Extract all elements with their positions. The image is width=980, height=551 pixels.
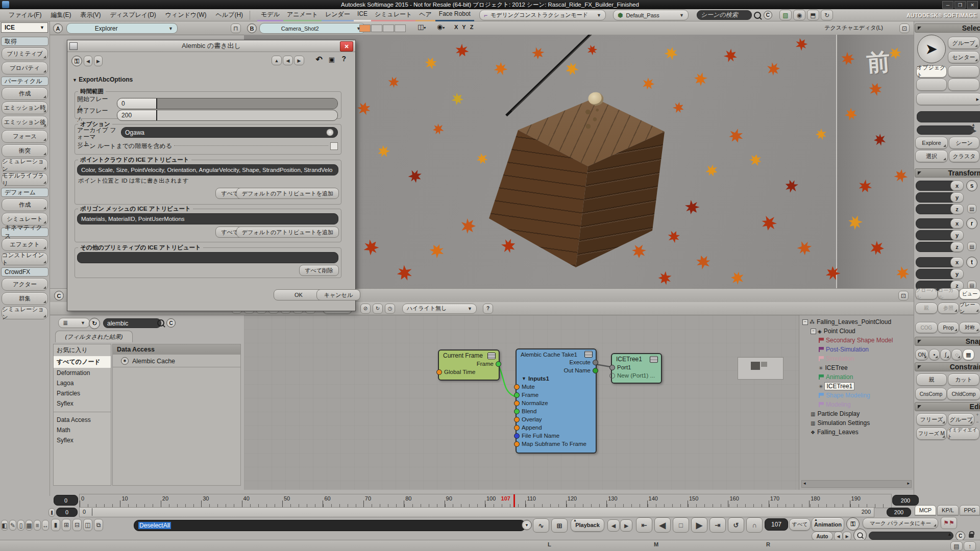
chldcomp-button[interactable]: ChldComp — [947, 388, 980, 400]
tree-item[interactable]: Post-Simulation — [801, 345, 913, 354]
library-search-icon[interactable] — [157, 319, 164, 327]
render-preview-icon[interactable]: ◉ — [793, 10, 805, 20]
select-arrow-tool[interactable]: ➤ — [917, 35, 946, 63]
menu-display[interactable]: ディスプレイ(D) — [105, 9, 160, 21]
command-dropdown-icon[interactable]: ▼ — [522, 520, 532, 530]
tab-kpl[interactable]: KP/L — [937, 505, 959, 515]
axis-xyz-buttons[interactable]: XYZ — [454, 24, 477, 30]
module-menu-6[interactable]: Face Robot — [435, 10, 474, 21]
object-button[interactable]: オブジェクト — [916, 65, 947, 78]
layout-buttons[interactable]: ▮⊞ ⊟◫ ⧉ — [51, 519, 103, 531]
history-icon[interactable]: ▤ — [950, 541, 963, 551]
dialog-prev-icon[interactable]: ◀ — [283, 56, 293, 65]
end-frame-slider[interactable]: 200 — [117, 110, 338, 121]
refresh-icon[interactable]: ↻ — [373, 304, 383, 314]
library-category[interactable]: Syflex — [54, 435, 111, 445]
tree-item[interactable]: ▥Particle Display — [801, 409, 913, 418]
current-frame-field[interactable]: 107 — [765, 518, 788, 531]
toolbar-group-header[interactable]: CrowdFX — [1, 267, 48, 277]
construction-mode-select[interactable]: ⌐モデリングコンストラクションモード▼ — [479, 10, 606, 20]
tree-item[interactable]: Simulation — [801, 354, 913, 363]
port-append-in[interactable] — [514, 425, 520, 431]
snap-point-button[interactable]: • — [929, 349, 940, 360]
constrain-parent-button[interactable]: 親 — [916, 373, 947, 386]
pc-add-default-button[interactable]: デフォルトのアトリビュートを追加 — [236, 188, 339, 199]
ice-node-graph[interactable]: Current Frame Frame Global Time Alembic … — [244, 315, 799, 490]
tree-item[interactable]: ▥Simulation Settings — [801, 418, 913, 428]
search-icon[interactable] — [754, 12, 761, 19]
animation-menu-button[interactable]: ▲Animation — [812, 517, 844, 532]
dialog-forward-icon[interactable]: ▶ — [94, 56, 103, 66]
menu-help[interactable]: ヘルプ(H) — [211, 9, 248, 21]
axis-x-button[interactable]: x — [950, 181, 964, 191]
library-category[interactable]: お気に入り — [54, 344, 111, 356]
selection-field-1[interactable] — [917, 111, 980, 122]
toolbar-button[interactable]: フォース — [2, 130, 48, 143]
edit-group-button[interactable]: グループ — [948, 413, 974, 425]
key-pair-icon[interactable]: ⚑⚑ — [941, 517, 957, 529]
marked-param-field[interactable] — [869, 532, 953, 540]
snap-curve-button[interactable]: ∫ — [940, 349, 951, 360]
library-clear-icon[interactable]: C — [166, 318, 176, 328]
timeline-start-field[interactable]: 0 — [54, 495, 78, 506]
port-globaltime-in[interactable] — [436, 369, 442, 375]
help-icon[interactable]: ? — [483, 304, 493, 314]
script-command-input[interactable]: DeselectAll — [134, 520, 526, 531]
toolbar-mode-select[interactable]: ICE▼ — [1, 22, 48, 33]
cnscomp-button[interactable]: CnsComp — [915, 388, 947, 400]
dialog-section-toggle[interactable]: ▼ ExportAbcOptions — [72, 76, 133, 83]
archive-format-select[interactable]: Ogawa ▼ — [121, 127, 338, 138]
other-remove-all-button[interactable]: すべて削除 — [299, 265, 339, 276]
port-blend-in[interactable] — [514, 409, 520, 414]
tab-ppg[interactable]: PPG — [960, 505, 980, 515]
port-frame-out[interactable] — [496, 361, 501, 367]
dialog-back-icon[interactable]: ◀ — [84, 56, 92, 66]
camera-select[interactable]: Camera_Shot2▼ — [259, 23, 365, 34]
axis-y-button[interactable]: y — [950, 269, 964, 279]
port-outname-out[interactable] — [593, 368, 598, 373]
menu-view[interactable]: 表示(V) — [76, 9, 105, 21]
audio-icon[interactable]: ∩ — [746, 517, 763, 533]
library-result-item[interactable]: ✳ Alembic Cache — [113, 355, 240, 367]
library-view-select[interactable]: ≣▼ — [58, 318, 90, 328]
frame-step-fwd-icon[interactable]: ▶ — [620, 519, 632, 532]
port-execute-out[interactable] — [593, 360, 598, 365]
toolbar-button[interactable]: シミュレーション — [2, 307, 48, 319]
node-alembic-cache[interactable]: Alembic Cache Take1 Execute Out Name ▼In… — [516, 348, 597, 454]
render-options-icon[interactable]: ⬒ — [807, 10, 819, 20]
memo-cam-2[interactable] — [371, 24, 382, 32]
toolbar-button[interactable]: 群集 — [2, 292, 48, 305]
toolbar-button[interactable]: プリミティブ — [2, 47, 48, 60]
tab-l[interactable]: L — [548, 541, 551, 547]
s-tool-button[interactable]: s — [966, 180, 977, 191]
dialog-lock-icon[interactable]: ⚿ — [71, 56, 82, 66]
disable-icon[interactable]: ⊘ — [360, 304, 371, 314]
snap-grid-button[interactable]: ▦ — [963, 349, 974, 360]
module-menu-3[interactable]: ICE — [354, 10, 371, 21]
toolbar-button[interactable]: 作成 — [2, 198, 48, 211]
dialog-layers-icon[interactable]: ▣ — [329, 56, 335, 63]
lock-icon[interactable] — [969, 534, 974, 538]
play-backward-icon[interactable]: ◀ — [654, 517, 671, 533]
mark-param-key-button[interactable]: マーク パラメータにキー — [863, 518, 938, 529]
expand-icon[interactable]: − — [802, 319, 808, 325]
library-refresh-icon[interactable]: ↻ — [89, 318, 100, 329]
range-lock-icon[interactable]: ❚ — [48, 508, 55, 517]
toolbar-button[interactable]: エミッション後 — [2, 116, 48, 129]
node-menu-icon[interactable] — [584, 351, 593, 358]
tree-item[interactable]: −⁂Falling_Leaves_PointCloud — [801, 317, 913, 327]
snap-surface-button[interactable]: ◌ — [951, 349, 962, 360]
view-letter-a[interactable]: A — [53, 23, 63, 33]
port-new-in[interactable] — [609, 373, 615, 379]
toolbar-button[interactable]: 作成 — [2, 87, 48, 100]
library-category[interactable]: Math — [54, 425, 111, 435]
selection-spinners[interactable]: ▲▼◀▶ — [968, 123, 978, 136]
archive-dropdown-icon[interactable]: ▼ — [326, 129, 334, 136]
range-start-field[interactable]: 0 — [56, 508, 78, 517]
select-empty-button-3[interactable] — [948, 79, 979, 91]
selection-field-2[interactable] — [917, 126, 974, 135]
library-category[interactable]: Data Access — [54, 415, 111, 425]
param-up-icon[interactable]: ▲ — [947, 532, 952, 537]
axis-z-button[interactable]: z — [950, 204, 964, 214]
minimize-button[interactable]: ─ — [942, 1, 953, 9]
